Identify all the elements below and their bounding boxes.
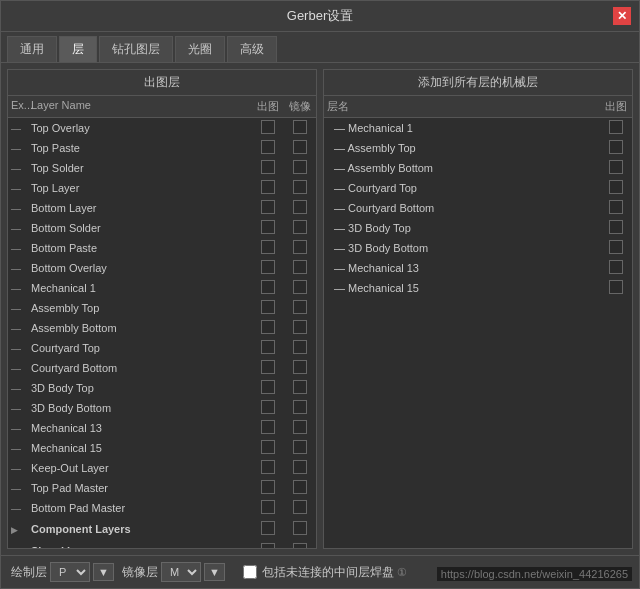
r-layer-out-check[interactable]: [600, 179, 632, 197]
layer-out-check[interactable]: [252, 439, 284, 457]
left-group-row[interactable]: ▶ Signal Layers: [8, 540, 316, 548]
layer-out-check[interactable]: [252, 379, 284, 397]
mirror-layer-arrow[interactable]: ▼: [204, 563, 225, 581]
right-layer-row[interactable]: — Assembly Bottom: [324, 158, 632, 178]
left-layer-row[interactable]: — 3D Body Bottom: [8, 398, 316, 418]
layer-out-check[interactable]: [252, 119, 284, 137]
layer-mirror-check[interactable]: [284, 339, 316, 357]
left-layer-row[interactable]: — Mechanical 15: [8, 438, 316, 458]
left-layer-row[interactable]: — Mechanical 1: [8, 278, 316, 298]
r-layer-out-check[interactable]: [600, 139, 632, 157]
right-layer-row[interactable]: — Assembly Top: [324, 138, 632, 158]
mirror-layer-select[interactable]: M: [161, 562, 201, 582]
layer-out-check[interactable]: [252, 279, 284, 297]
layer-out-check[interactable]: [252, 479, 284, 497]
draw-layer-arrow[interactable]: ▼: [93, 563, 114, 581]
layer-out-check[interactable]: [252, 359, 284, 377]
layer-out-check[interactable]: [252, 459, 284, 477]
left-layer-row[interactable]: — Bottom Paste: [8, 238, 316, 258]
right-layer-row[interactable]: — Mechanical 15: [324, 278, 632, 298]
group-out-check[interactable]: [252, 520, 284, 538]
layer-out-check[interactable]: [252, 199, 284, 217]
layer-out-check[interactable]: [252, 499, 284, 517]
right-layer-row[interactable]: — 3D Body Bottom: [324, 238, 632, 258]
layer-out-check[interactable]: [252, 239, 284, 257]
layer-out-check[interactable]: [252, 399, 284, 417]
left-layer-row[interactable]: — 3D Body Top: [8, 378, 316, 398]
layer-mirror-check[interactable]: [284, 139, 316, 157]
layer-out-check[interactable]: [252, 179, 284, 197]
left-layer-row[interactable]: — Courtyard Top: [8, 338, 316, 358]
layer-out-check[interactable]: [252, 319, 284, 337]
layer-mirror-check[interactable]: [284, 179, 316, 197]
layer-out-check[interactable]: [252, 339, 284, 357]
layer-mirror-check[interactable]: [284, 379, 316, 397]
left-layer-row[interactable]: — Bottom Overlay: [8, 258, 316, 278]
tab-advanced[interactable]: 高级: [227, 36, 277, 62]
tab-aperture[interactable]: 光圈: [175, 36, 225, 62]
layer-out-check[interactable]: [252, 159, 284, 177]
layer-mirror-check[interactable]: [284, 279, 316, 297]
left-layer-row[interactable]: — Bottom Solder: [8, 218, 316, 238]
r-layer-out-check[interactable]: [600, 259, 632, 277]
left-layer-row[interactable]: — Courtyard Bottom: [8, 358, 316, 378]
tab-layers[interactable]: 层: [59, 36, 97, 62]
left-layer-row[interactable]: — Keep-Out Layer: [8, 458, 316, 478]
layer-mirror-check[interactable]: [284, 499, 316, 517]
r-layer-name: — 3D Body Bottom: [324, 241, 600, 255]
group-mirror-check[interactable]: [284, 542, 316, 548]
left-layer-row[interactable]: — Top Layer: [8, 178, 316, 198]
layer-mirror-check[interactable]: [284, 299, 316, 317]
group-out-check[interactable]: [252, 542, 284, 548]
left-table-scroll[interactable]: — Top Overlay — Top Paste — Top Solder —…: [8, 118, 316, 548]
left-group-row[interactable]: ▶ Component Layers: [8, 518, 316, 540]
layer-mirror-check[interactable]: [284, 239, 316, 257]
left-layer-row[interactable]: — Assembly Bottom: [8, 318, 316, 338]
right-layer-row[interactable]: — Courtyard Bottom: [324, 198, 632, 218]
group-mirror-check[interactable]: [284, 520, 316, 538]
layer-mirror-check[interactable]: [284, 319, 316, 337]
right-layer-row[interactable]: — Mechanical 13: [324, 258, 632, 278]
layer-out-check[interactable]: [252, 139, 284, 157]
layer-mirror-check[interactable]: [284, 479, 316, 497]
left-layer-row[interactable]: — Bottom Layer: [8, 198, 316, 218]
r-layer-out-check[interactable]: [600, 119, 632, 137]
left-layer-row[interactable]: — Top Overlay: [8, 118, 316, 138]
layer-out-check[interactable]: [252, 219, 284, 237]
layer-out-check[interactable]: [252, 419, 284, 437]
layer-mirror-check[interactable]: [284, 359, 316, 377]
layer-mirror-check[interactable]: [284, 219, 316, 237]
layer-mirror-check[interactable]: [284, 459, 316, 477]
layer-out-check[interactable]: [252, 259, 284, 277]
close-button[interactable]: ✕: [613, 7, 631, 25]
left-layer-row[interactable]: — Bottom Pad Master: [8, 498, 316, 518]
r-layer-out-check[interactable]: [600, 159, 632, 177]
right-layer-row[interactable]: — 3D Body Top: [324, 218, 632, 238]
layer-mirror-check[interactable]: [284, 159, 316, 177]
layer-mirror-check[interactable]: [284, 119, 316, 137]
left-layer-row[interactable]: — Mechanical 13: [8, 418, 316, 438]
right-layer-row[interactable]: — Mechanical 1: [324, 118, 632, 138]
layer-mirror-check[interactable]: [284, 399, 316, 417]
left-layer-row[interactable]: — Top Pad Master: [8, 478, 316, 498]
draw-layer-select[interactable]: P: [50, 562, 90, 582]
layer-name: Assembly Top: [28, 301, 252, 315]
right-table-scroll[interactable]: — Mechanical 1 — Assembly Top — Assembly…: [324, 118, 632, 548]
layer-mirror-check[interactable]: [284, 199, 316, 217]
r-layer-out-check[interactable]: [600, 199, 632, 217]
layer-out-check[interactable]: [252, 299, 284, 317]
left-layer-row[interactable]: — Top Paste: [8, 138, 316, 158]
draw-layer-label: 绘制层: [11, 564, 47, 581]
r-layer-out-check[interactable]: [600, 279, 632, 297]
tab-general[interactable]: 通用: [7, 36, 57, 62]
r-layer-out-check[interactable]: [600, 239, 632, 257]
r-layer-out-check[interactable]: [600, 219, 632, 237]
layer-mirror-check[interactable]: [284, 419, 316, 437]
right-layer-row[interactable]: — Courtyard Top: [324, 178, 632, 198]
layer-mirror-check[interactable]: [284, 439, 316, 457]
left-layer-row[interactable]: — Assembly Top: [8, 298, 316, 318]
layer-mirror-check[interactable]: [284, 259, 316, 277]
left-layer-row[interactable]: — Top Solder: [8, 158, 316, 178]
mid-pad-checkbox[interactable]: [243, 565, 257, 579]
tab-drill[interactable]: 钻孔图层: [99, 36, 173, 62]
